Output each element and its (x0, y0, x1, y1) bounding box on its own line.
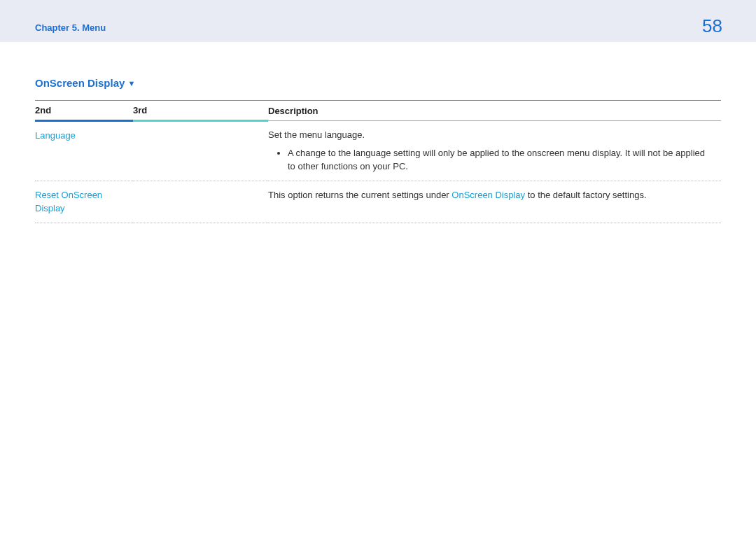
table-header-2nd: 2nd (35, 101, 133, 121)
table-header-description: Description (268, 101, 721, 121)
description-prefix: This option returns the current settings… (268, 190, 451, 200)
table-row: Reset OnScreen Display This option retur… (35, 181, 721, 223)
description-link[interactable]: OnScreen Display (451, 190, 525, 200)
page-number: 58 (702, 17, 722, 35)
description-bullet-item: A change to the language setting will on… (288, 146, 721, 174)
description-bullet-list: A change to the language setting will on… (268, 146, 721, 174)
main-content: OnScreen Display ▼ 2nd 3rd Description L… (0, 42, 756, 223)
description-suffix: to the default factory settings. (525, 190, 646, 200)
cell-3rd (133, 121, 268, 181)
table-header: 2nd 3rd Description (35, 101, 721, 121)
description-main: Set the menu language. (268, 128, 721, 142)
cell-description: Set the menu language. A change to the l… (268, 121, 721, 181)
cell-description: This option returns the current settings… (268, 181, 721, 223)
menu-item-link[interactable]: Reset OnScreen Display (35, 190, 102, 214)
table-header-3rd: 3rd (133, 101, 268, 121)
menu-table: 2nd 3rd Description Language Set the men… (35, 100, 721, 223)
table-row: Language Set the menu language. A change… (35, 121, 721, 181)
cell-3rd (133, 181, 268, 223)
menu-item-link[interactable]: Language (35, 130, 76, 141)
triangle-down-icon: ▼ (127, 79, 135, 87)
section-title: OnScreen Display ▼ (35, 77, 721, 89)
breadcrumb: Chapter 5. Menu (35, 22, 106, 35)
table-body: Language Set the menu language. A change… (35, 121, 721, 223)
page-header: Chapter 5. Menu 58 (0, 0, 756, 42)
section-title-text: OnScreen Display (35, 77, 125, 89)
cell-2nd: Language (35, 121, 133, 181)
cell-2nd: Reset OnScreen Display (35, 181, 133, 223)
